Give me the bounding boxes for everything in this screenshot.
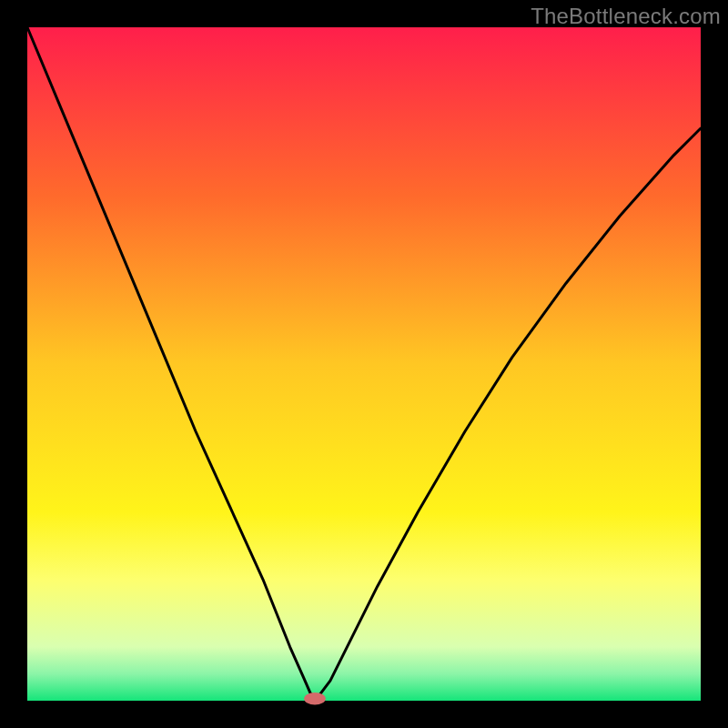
bottleneck-chart xyxy=(0,0,728,728)
watermark-label: TheBottleneck.com xyxy=(531,4,721,29)
optimal-point-marker xyxy=(304,693,326,704)
chart-plot-bg xyxy=(27,27,701,701)
chart-frame: TheBottleneck.com xyxy=(0,0,728,728)
